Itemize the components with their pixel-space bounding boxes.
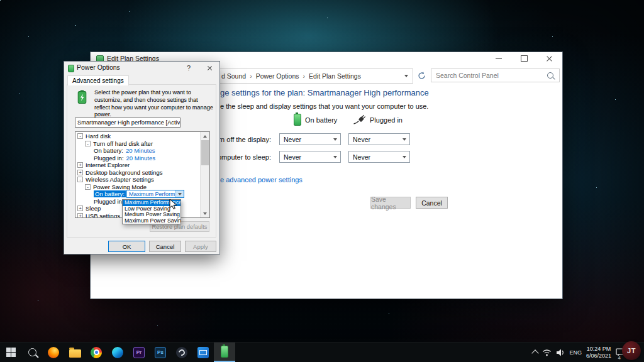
save-changes-button[interactable]: Save changes bbox=[370, 197, 411, 209]
tree-item-desktop-background[interactable]: + Desktop background settings bbox=[75, 169, 203, 177]
taskbar-search-button[interactable] bbox=[21, 343, 43, 362]
windows-logo-icon bbox=[6, 348, 16, 357]
chevron-right-icon bbox=[250, 72, 252, 80]
setting-value-link[interactable]: 20 Minutes bbox=[126, 155, 155, 162]
ok-button[interactable]: OK bbox=[108, 241, 145, 252]
tree-item-internet-explorer[interactable]: + Internet Explorer bbox=[75, 162, 203, 169]
minimize-button[interactable] bbox=[486, 52, 511, 65]
expand-icon[interactable]: + bbox=[77, 162, 83, 168]
display-on-battery-select[interactable]: Never bbox=[279, 133, 341, 145]
taskbar-obs[interactable] bbox=[171, 343, 192, 362]
clock-date: 6/06/2021 bbox=[586, 353, 611, 359]
chevron-down-icon bbox=[402, 138, 406, 141]
sleep-on-battery-select[interactable]: Never bbox=[279, 151, 341, 163]
display-plugged-in-value: Never bbox=[353, 136, 370, 143]
sleep-plugged-in-select[interactable]: Never bbox=[348, 151, 410, 163]
help-button[interactable]: ? bbox=[184, 63, 194, 73]
tree-item-psm-on-battery[interactable]: On battery: Maximum Performance bbox=[75, 190, 210, 198]
collapse-icon[interactable]: - bbox=[85, 141, 91, 146]
watermark-badge: JT bbox=[622, 341, 641, 360]
tab-advanced-settings[interactable]: Advanced settings bbox=[67, 75, 129, 85]
taskbar-firefox[interactable] bbox=[43, 343, 64, 362]
mail-app-icon bbox=[197, 347, 209, 358]
dialog-description: Select the power plan that you want to c… bbox=[94, 89, 214, 119]
taskbar-clock[interactable]: 10:24 PM 6/06/2021 bbox=[586, 346, 611, 359]
taskbar-mail-app[interactable] bbox=[192, 343, 214, 362]
tree-item-turn-off-hard-disk[interactable]: - Turn off hard disk after bbox=[75, 140, 210, 148]
advanced-power-settings-link[interactable]: e advanced power settings bbox=[220, 176, 303, 184]
power-plan-combobox[interactable]: Smartmanager High performance [Active] bbox=[75, 118, 180, 128]
scroll-up-button[interactable] bbox=[201, 132, 209, 140]
clock-time: 10:24 PM bbox=[587, 346, 611, 353]
taskbar-power-options-active[interactable] bbox=[214, 343, 235, 362]
address-dropdown-icon[interactable] bbox=[404, 75, 408, 77]
chevron-right-icon bbox=[303, 72, 306, 80]
expand-icon[interactable]: + bbox=[77, 206, 83, 211]
apply-button[interactable]: Apply bbox=[185, 241, 216, 252]
chrome-icon bbox=[91, 347, 102, 358]
on-battery-combobox-value: Maximum Performance bbox=[127, 191, 175, 197]
on-battery-column-label: On battery bbox=[305, 116, 337, 124]
power-options-dialog: Power Options ? Advanced settings Select… bbox=[64, 61, 220, 255]
collapse-icon[interactable]: - bbox=[77, 177, 83, 182]
dropdown-option-medium-power-saving[interactable]: Medium Power Saving bbox=[123, 212, 180, 218]
system-tray: ENG 10:24 PM 6/06/2021 bbox=[533, 343, 625, 362]
expand-icon[interactable]: + bbox=[77, 213, 83, 218]
display-plugged-in-select[interactable]: Never bbox=[348, 133, 410, 145]
dialog-close-button[interactable] bbox=[204, 63, 215, 73]
taskbar-premiere[interactable]: Pr bbox=[128, 343, 150, 362]
display-on-battery-value: Never bbox=[284, 136, 301, 143]
collapse-icon[interactable]: - bbox=[85, 184, 91, 190]
tree-scrollbar[interactable] bbox=[200, 132, 209, 217]
scroll-down-button[interactable] bbox=[201, 209, 209, 217]
on-battery-combobox[interactable]: Maximum Performance bbox=[126, 190, 184, 198]
taskbar-file-explorer[interactable] bbox=[64, 343, 86, 362]
search-icon[interactable] bbox=[547, 72, 553, 79]
power-plan-icon bbox=[75, 90, 89, 107]
tray-overflow-icon[interactable] bbox=[532, 349, 539, 356]
search-input[interactable]: Search Control Panel bbox=[431, 69, 560, 82]
tree-item-hd-on-battery[interactable]: On battery: 20 Minutes bbox=[75, 147, 210, 155]
dialog-cancel-button[interactable]: Cancel bbox=[149, 241, 181, 252]
tree-item-wireless-adapter[interactable]: - Wireless Adapter Settings bbox=[75, 176, 203, 184]
taskbar-photoshop[interactable]: Ps bbox=[150, 343, 171, 362]
power-options-icon bbox=[221, 346, 228, 358]
breadcrumb-item-edit-plan[interactable]: Edit Plan Settings bbox=[309, 72, 361, 80]
combobox-dropdown-button[interactable] bbox=[175, 190, 184, 197]
taskbar-chrome[interactable] bbox=[86, 343, 107, 362]
language-indicator[interactable]: ENG bbox=[569, 349, 582, 356]
expand-icon[interactable]: + bbox=[77, 170, 83, 175]
obs-icon bbox=[176, 347, 187, 358]
chevron-down-icon bbox=[402, 156, 406, 158]
collapse-icon[interactable]: - bbox=[77, 133, 83, 139]
sleep-plugged-in-value: Never bbox=[353, 153, 370, 161]
start-button[interactable] bbox=[0, 343, 21, 362]
breadcrumb-item-sound[interactable]: d Sound bbox=[221, 72, 246, 80]
scrollbar-thumb[interactable] bbox=[201, 140, 209, 165]
setting-value-link[interactable]: 20 Minutes bbox=[126, 147, 155, 154]
minimize-icon bbox=[496, 58, 502, 59]
plugged-in-column-label: Plugged in bbox=[370, 116, 402, 124]
edge-icon bbox=[112, 347, 123, 358]
cancel-button[interactable]: Cancel bbox=[416, 197, 448, 209]
dropdown-option-maximum-power-saving[interactable]: Maximum Power Saving bbox=[123, 218, 180, 224]
folder-icon bbox=[69, 349, 81, 358]
volume-icon[interactable] bbox=[556, 349, 565, 356]
close-icon bbox=[546, 55, 553, 62]
tree-item-hd-plugged-in[interactable]: Plugged in: 20 Minutes bbox=[75, 155, 210, 162]
network-icon[interactable] bbox=[542, 349, 552, 356]
maximize-icon bbox=[521, 55, 528, 62]
premiere-icon: Pr bbox=[133, 347, 145, 358]
refresh-button[interactable] bbox=[414, 69, 428, 82]
maximize-button[interactable] bbox=[511, 52, 536, 65]
close-button[interactable] bbox=[536, 52, 562, 65]
breadcrumb-item-power-options[interactable]: Power Options bbox=[256, 72, 299, 80]
tree-item-hard-disk[interactable]: - Hard disk bbox=[75, 133, 203, 140]
battery-tip bbox=[296, 112, 298, 114]
power-options-dialog-icon bbox=[68, 65, 74, 72]
triangle-down-icon bbox=[203, 212, 207, 215]
taskbar: Pr Ps ENG 10:24 PM 6/06/2021 bbox=[0, 342, 644, 362]
firefox-icon bbox=[48, 347, 59, 358]
chevron-down-icon bbox=[178, 193, 182, 195]
taskbar-edge[interactable] bbox=[107, 343, 128, 362]
